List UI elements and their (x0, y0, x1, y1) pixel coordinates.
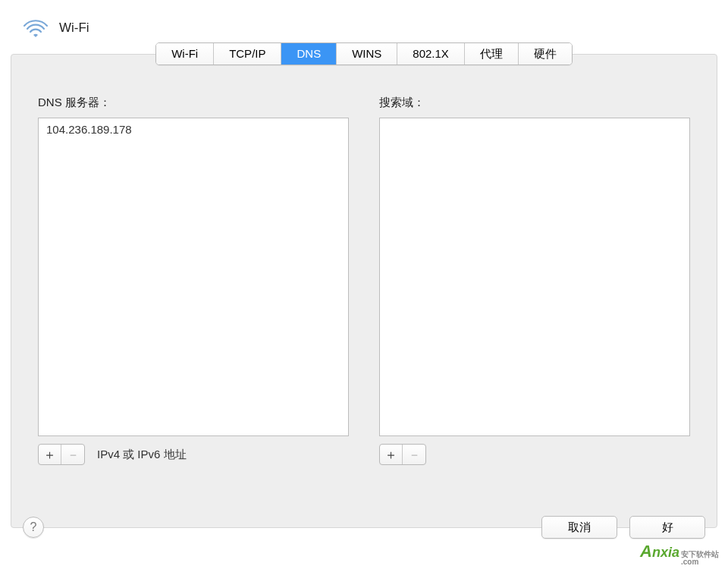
watermark: Anxia 安下软件站 .com (640, 542, 719, 566)
search-remove-button[interactable]: － (403, 445, 425, 464)
search-list-footer: ＋ － (379, 444, 690, 465)
tab-proxy[interactable]: 代理 (465, 43, 519, 64)
tab-8021x[interactable]: 802.1X (397, 43, 465, 64)
search-add-remove-group: ＋ － (379, 444, 426, 465)
ok-button[interactable]: 好 (629, 516, 705, 539)
dns-servers-list[interactable]: 104.236.189.178 (38, 118, 349, 436)
watermark-com: .com (681, 558, 698, 566)
watermark-rest: nxia (652, 545, 679, 561)
dns-list-footer: ＋ － IPv4 或 IPv6 地址 (38, 444, 349, 465)
tab-dns[interactable]: DNS (281, 43, 337, 64)
footer: ? 取消 好 (0, 516, 728, 539)
dns-add-button[interactable]: ＋ (39, 445, 61, 464)
tab-wins[interactable]: WINS (337, 43, 397, 64)
cancel-button[interactable]: 取消 (541, 516, 617, 539)
dns-remove-button[interactable]: － (61, 445, 84, 464)
search-add-button[interactable]: ＋ (380, 445, 403, 464)
page-title: Wi-Fi (59, 20, 89, 36)
dns-servers-label: DNS 服务器： (38, 96, 349, 110)
help-button[interactable]: ? (23, 517, 44, 538)
tab-tcpip[interactable]: TCP/IP (214, 43, 281, 64)
tab-hardware[interactable]: 硬件 (519, 43, 572, 64)
content-area: DNS 服务器： 104.236.189.178 ＋ － IPv4 或 IPv6… (0, 65, 728, 480)
wifi-icon (23, 18, 49, 38)
dns-servers-column: DNS 服务器： 104.236.189.178 ＋ － IPv4 或 IPv6… (38, 96, 349, 465)
watermark-sub: 安下软件站 .com (681, 551, 719, 566)
dns-server-item[interactable]: 104.236.189.178 (39, 121, 348, 137)
dns-hint: IPv4 或 IPv6 地址 (97, 448, 187, 462)
tab-wifi[interactable]: Wi-Fi (156, 43, 214, 64)
search-domains-label: 搜索域： (379, 96, 690, 110)
search-domains-column: 搜索域： ＋ － (379, 96, 690, 465)
watermark-letter-a: A (640, 542, 652, 561)
dns-add-remove-group: ＋ － (38, 444, 85, 465)
tab-bar: Wi-Fi TCP/IP DNS WINS 802.1X 代理 硬件 (155, 42, 573, 65)
header: Wi-Fi (0, 0, 728, 42)
search-domains-list[interactable] (379, 118, 690, 436)
